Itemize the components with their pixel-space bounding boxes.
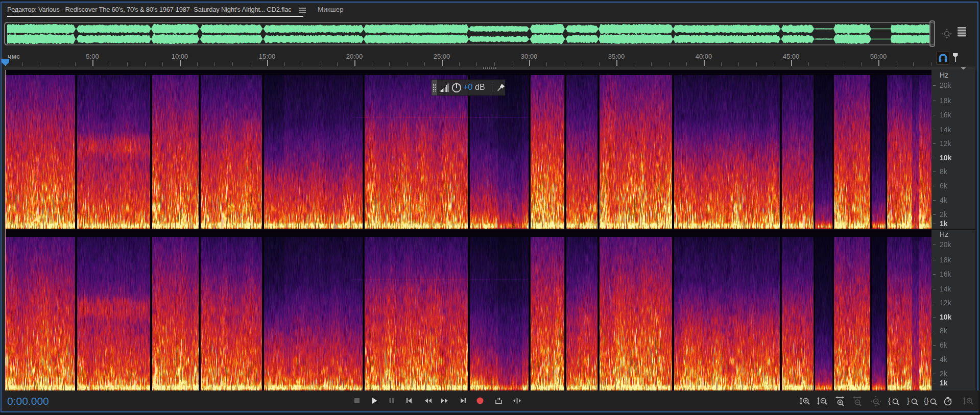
svg-text:{: { bbox=[888, 397, 891, 405]
svg-text:{}: {} bbox=[924, 397, 929, 405]
svg-text:}: } bbox=[907, 397, 910, 405]
